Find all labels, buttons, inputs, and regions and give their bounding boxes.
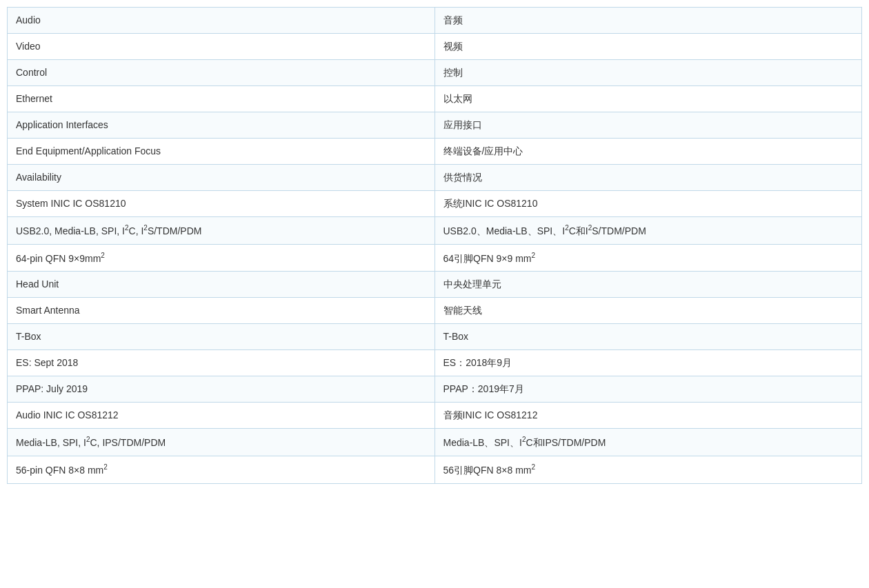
table-row: Application Interfaces应用接口 <box>8 112 862 139</box>
data-table: Audio音频Video视频Control控制Ethernet以太网Applic… <box>7 7 862 484</box>
table-row: USB2.0, Media-LB, SPI, I2C, I2S/TDM/PDMU… <box>8 217 862 245</box>
table-row: PPAP: July 2019PPAP：2019年7月 <box>8 376 862 403</box>
table-row: Media-LB, SPI, I2C, IPS/TDM/PDMMedia-LB、… <box>8 429 862 456</box>
table-row: Audio INIC IC OS81212音频INIC IC OS81212 <box>8 403 862 429</box>
table-row: 64-pin QFN 9×9mm264引脚QFN 9×9 mm2 <box>8 244 862 272</box>
col1-cell: Control <box>8 60 435 86</box>
col2-cell: 56引脚QFN 8×8 mm2 <box>434 456 862 483</box>
col2-cell: USB2.0、Media-LB、SPI、I2C和I2S/TDM/PDM <box>434 217 862 245</box>
table-row: Ethernet以太网 <box>8 86 862 112</box>
col1-cell: Ethernet <box>8 86 435 112</box>
col1-cell: Availability <box>8 165 435 191</box>
col1-cell: USB2.0, Media-LB, SPI, I2C, I2S/TDM/PDM <box>8 217 435 245</box>
table-row: Video视频 <box>8 34 862 60</box>
table-row: Smart Antenna智能天线 <box>8 298 862 324</box>
col1-cell: 64-pin QFN 9×9mm2 <box>8 244 435 272</box>
col2-cell: T-Box <box>434 324 862 350</box>
col2-cell: ES：2018年9月 <box>434 350 862 376</box>
col2-cell: 系统INIC IC OS81210 <box>434 191 862 217</box>
table-row: ES: Sept 2018ES：2018年9月 <box>8 350 862 376</box>
col1-cell: Audio INIC IC OS81212 <box>8 403 435 429</box>
col2-cell: 中央处理单元 <box>434 272 862 298</box>
table-row: System INIC IC OS81210系统INIC IC OS81210 <box>8 191 862 217</box>
col2-cell: 64引脚QFN 9×9 mm2 <box>434 244 862 272</box>
table-row: Head Unit中央处理单元 <box>8 272 862 298</box>
col1-cell: PPAP: July 2019 <box>8 376 435 403</box>
col2-cell: PPAP：2019年7月 <box>434 376 862 403</box>
col1-cell: Smart Antenna <box>8 298 435 324</box>
col1-cell: Video <box>8 34 435 60</box>
table-row: 56-pin QFN 8×8 mm256引脚QFN 8×8 mm2 <box>8 456 862 483</box>
table-row: Audio音频 <box>8 8 862 34</box>
table-row: End Equipment/Application Focus终端设备/应用中心 <box>8 139 862 165</box>
col2-cell: 控制 <box>434 60 862 86</box>
col2-cell: 音频 <box>434 8 862 34</box>
col1-cell: Application Interfaces <box>8 112 435 139</box>
col2-cell: 应用接口 <box>434 112 862 139</box>
col1-cell: System INIC IC OS81210 <box>8 191 435 217</box>
col1-cell: Audio <box>8 8 435 34</box>
col1-cell: 56-pin QFN 8×8 mm2 <box>8 456 435 483</box>
col1-cell: End Equipment/Application Focus <box>8 139 435 165</box>
col2-cell: 视频 <box>434 34 862 60</box>
col2-cell: 供货情况 <box>434 165 862 191</box>
col2-cell: Media-LB、SPI、I2C和IPS/TDM/PDM <box>434 429 862 456</box>
col2-cell: 终端设备/应用中心 <box>434 139 862 165</box>
main-table-container: Audio音频Video视频Control控制Ethernet以太网Applic… <box>7 7 862 484</box>
col1-cell: Media-LB, SPI, I2C, IPS/TDM/PDM <box>8 429 435 456</box>
col2-cell: 智能天线 <box>434 298 862 324</box>
table-row: Control控制 <box>8 60 862 86</box>
col1-cell: Head Unit <box>8 272 435 298</box>
col1-cell: ES: Sept 2018 <box>8 350 435 376</box>
table-row: Availability供货情况 <box>8 165 862 191</box>
col2-cell: 音频INIC IC OS81212 <box>434 403 862 429</box>
table-row: T-BoxT-Box <box>8 324 862 350</box>
col1-cell: T-Box <box>8 324 435 350</box>
col2-cell: 以太网 <box>434 86 862 112</box>
